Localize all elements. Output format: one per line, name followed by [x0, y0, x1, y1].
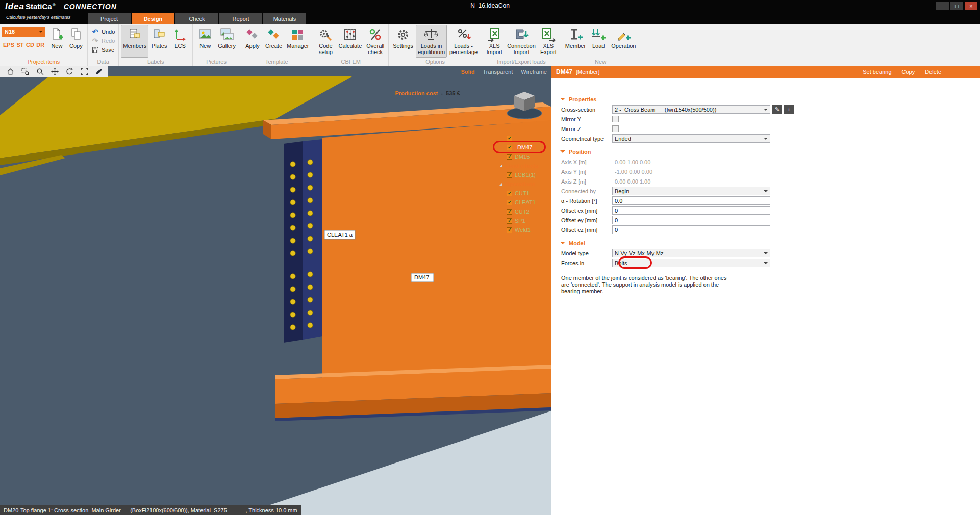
tree-item-checkbox[interactable]: [507, 172, 512, 178]
section-model[interactable]: Model: [560, 238, 826, 248]
tree-item-cut2[interactable]: CUT2: [497, 207, 551, 216]
new-member-button[interactable]: Member: [563, 25, 588, 58]
delete-member-button[interactable]: Delete: [925, 69, 941, 75]
tab-check[interactable]: Check: [175, 13, 218, 24]
view-mode-solid[interactable]: Solid: [461, 69, 474, 75]
set-bearing-button[interactable]: Set bearing: [863, 69, 891, 75]
mode-dr[interactable]: DR: [36, 42, 44, 48]
undo-button[interactable]: ↶ Undo: [90, 28, 116, 36]
mode-st[interactable]: ST: [16, 42, 23, 48]
code-setup-button[interactable]: Code setup: [315, 25, 336, 58]
mirror-y-checkbox[interactable]: [612, 116, 619, 122]
mirror-z-checkbox[interactable]: [612, 125, 619, 132]
tree-item-checkbox[interactable]: [507, 154, 512, 160]
tree-group-operations[interactable]: Operations: [497, 179, 551, 189]
new-operation-button[interactable]: Operation: [609, 25, 638, 58]
plates-labels-button[interactable]: Plates: [149, 25, 169, 58]
zoom-fit-icon[interactable]: [80, 67, 89, 76]
tree-item-checkbox[interactable]: [507, 200, 512, 205]
save-button[interactable]: Save: [90, 46, 116, 54]
tree-item-weld1[interactable]: Weld1: [497, 225, 551, 235]
add-cross-section-button[interactable]: +: [784, 105, 794, 114]
template-apply-button[interactable]: Apply: [242, 25, 263, 58]
mode-eps[interactable]: EPS: [3, 42, 14, 48]
cleat-scene-label[interactable]: CLEAT1 a: [324, 230, 355, 239]
tab-materials[interactable]: Materials: [263, 13, 306, 24]
lcs-labels-button[interactable]: LCS: [170, 25, 190, 58]
tree-item-checkbox[interactable]: [507, 209, 512, 215]
zoom-window-icon[interactable]: [21, 67, 30, 76]
ink-style-icon[interactable]: [95, 67, 104, 76]
overall-check-button[interactable]: Overall check: [364, 25, 386, 58]
settings-button[interactable]: Settings: [391, 25, 415, 58]
tree-item-checkbox[interactable]: [507, 218, 512, 224]
members-labels-button[interactable]: Members: [121, 25, 148, 58]
xls-export-button[interactable]: XLS Export: [538, 25, 559, 58]
section-position[interactable]: Position: [560, 146, 826, 157]
gallery-button[interactable]: Gallery: [216, 25, 238, 58]
geometrical-type-dropdown[interactable]: Ended: [612, 134, 770, 143]
model-type-row: Model type N-Vy-Vz-Mx-My-Mz: [561, 248, 826, 258]
home-view-icon[interactable]: [6, 67, 15, 76]
viewport-3d[interactable]: CLEAT1 a DM47 Solid Transpare: [0, 66, 551, 515]
cross-section-dropdown[interactable]: 2 - Cross Beam (Iwn1540x(500/500)): [612, 105, 770, 114]
model-type-dropdown[interactable]: N-Vy-Vz-Mx-My-Mz: [612, 249, 770, 258]
tree-item-dm47[interactable]: DM47: [497, 143, 551, 152]
tree-item-dm15[interactable]: DM15: [497, 152, 551, 161]
template-create-button[interactable]: Create: [263, 25, 284, 58]
tree-item-checkbox[interactable]: [507, 227, 512, 233]
close-button[interactable]: ×: [965, 2, 977, 10]
rotate-view-icon[interactable]: [65, 67, 74, 76]
member-scene-label[interactable]: DM47: [411, 273, 434, 282]
expand-triangle-icon[interactable]: [499, 183, 502, 186]
offset-ey-input[interactable]: [612, 216, 770, 224]
xls-import-button[interactable]: XLS Import: [484, 25, 505, 58]
loads-percentage-button[interactable]: Loads - percentage: [447, 25, 480, 58]
tab-project[interactable]: Project: [88, 13, 131, 24]
tree-item-lcb1[interactable]: LCB1(1): [497, 170, 551, 179]
offset-ez-input[interactable]: [612, 225, 770, 234]
new-load-button[interactable]: Load: [588, 25, 609, 58]
tree-item-checkbox[interactable]: [507, 145, 512, 150]
tree-item[interactable]: [497, 134, 551, 143]
tree-group-load-effects[interactable]: Load effects: [497, 161, 551, 170]
tab-design[interactable]: Design: [132, 13, 174, 24]
mode-cd[interactable]: CD: [26, 42, 34, 48]
cleat-plate[interactable]: [284, 139, 322, 343]
tab-report[interactable]: Report: [219, 13, 262, 24]
section-properties[interactable]: Properties: [560, 94, 826, 105]
project-item-selector[interactable]: N16: [2, 27, 45, 37]
copy-member-button[interactable]: Copy: [902, 69, 915, 75]
loads-in-equilibrium-button[interactable]: Loads in equilibrium: [416, 25, 447, 58]
new-project-item-button[interactable]: New: [47, 25, 66, 58]
calculate-button[interactable]: Calculate: [336, 25, 364, 58]
connection-import-button[interactable]: Connection Import: [505, 25, 538, 58]
expand-triangle-icon[interactable]: [499, 164, 502, 167]
forces-in-dropdown[interactable]: Bolts: [612, 259, 770, 267]
maximize-button[interactable]: □: [950, 2, 963, 10]
percent-arrow-icon: [456, 27, 472, 42]
minimize-button[interactable]: —: [936, 2, 949, 10]
template-manager-button[interactable]: Manager: [285, 25, 311, 58]
axis-x-row: Axis X [m] 0.00 1.00 0.00: [561, 157, 826, 167]
tree-item-checkbox[interactable]: [507, 136, 512, 141]
collapse-triangle-icon: [560, 150, 565, 156]
connected-by-row: Connected by Begin: [561, 186, 826, 196]
copy-project-item-button[interactable]: Copy: [67, 25, 85, 58]
zoom-icon[interactable]: [36, 67, 44, 76]
tree-item-checkbox[interactable]: [507, 191, 512, 196]
pan-icon[interactable]: [51, 67, 59, 76]
viewport-3d-scene[interactable]: CLEAT1 a DM47: [0, 66, 551, 515]
tree-item-sp1[interactable]: SP1: [497, 216, 551, 225]
connected-by-dropdown[interactable]: Begin: [612, 187, 770, 195]
tree-item-cut1[interactable]: CUT1: [497, 189, 551, 198]
svg-text:DM47: DM47: [414, 274, 429, 280]
rotation-input[interactable]: [612, 196, 770, 205]
redo-button[interactable]: ↷ Redo: [90, 37, 116, 45]
edit-cross-section-button[interactable]: ✎: [772, 105, 782, 114]
offset-ex-input[interactable]: [612, 206, 770, 215]
view-mode-wireframe[interactable]: Wireframe: [521, 69, 547, 75]
tree-item-cleat1[interactable]: CLEAT1: [497, 198, 551, 207]
new-picture-button[interactable]: New: [195, 25, 215, 58]
view-mode-transparent[interactable]: Transparent: [483, 69, 513, 75]
